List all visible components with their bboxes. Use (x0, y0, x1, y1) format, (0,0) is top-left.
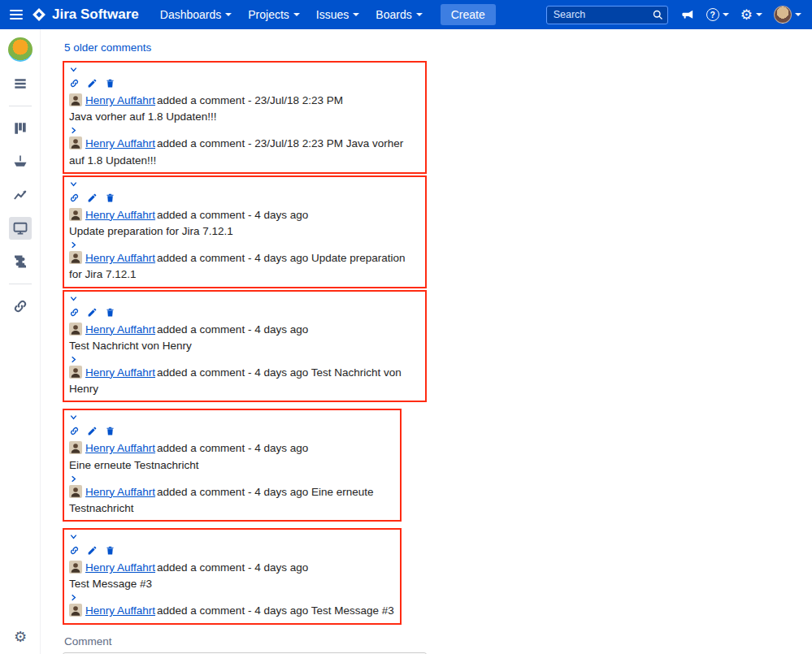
shortcut-link-icon[interactable] (9, 295, 32, 318)
logo-text: Jira Software (52, 6, 139, 23)
help-icon: ? (706, 8, 719, 21)
expand-comment-icon[interactable] (69, 125, 420, 136)
expand-comment-icon[interactable] (69, 592, 395, 603)
nav-issues[interactable]: Issues (308, 0, 367, 29)
gear-icon: ⚙ (740, 8, 753, 22)
chevron-down-icon (723, 13, 729, 16)
create-button[interactable]: Create (441, 4, 496, 25)
edit-comment-icon[interactable] (87, 426, 98, 436)
search-icon[interactable] (652, 9, 664, 21)
comment-author-link[interactable]: Henry Auffahrt (85, 323, 155, 336)
comment-meta: added a comment - 4 days ago (157, 209, 308, 221)
comment-author-link[interactable]: Henry Auffahrt (85, 209, 155, 221)
permalink-icon[interactable] (69, 426, 80, 436)
comment-author-link[interactable]: Henry Auffahrt (85, 442, 155, 454)
chevron-down-icon (756, 13, 762, 16)
announcement-icon[interactable] (681, 8, 695, 22)
backlog-icon[interactable] (9, 72, 32, 95)
chevron-down-icon (293, 13, 300, 16)
collapse-comment-icon[interactable] (69, 179, 420, 189)
permalink-icon[interactable] (69, 545, 80, 556)
project-avatar[interactable] (8, 37, 33, 62)
comment-author-avatar (69, 208, 82, 221)
admin-settings-menu[interactable]: ⚙ (740, 8, 762, 22)
comment-body: Update preparation for Jira 7.12.1 (69, 225, 420, 237)
comment-highlight-box: Henry Auffahrtadded a comment - 23/Jul/1… (63, 61, 427, 174)
comment-author-link[interactable]: Henry Auffahrt (85, 561, 155, 574)
comment-meta: added a comment - 4 days ago (157, 561, 308, 574)
app-switcher-menu-icon[interactable] (10, 10, 23, 19)
releases-icon[interactable] (9, 150, 32, 173)
permalink-icon[interactable] (69, 78, 80, 89)
delete-comment-icon[interactable] (105, 545, 115, 556)
comment-collapsed-text: added a comment - 4 days ago Test Messag… (157, 604, 394, 617)
comment-field-label: Comment (64, 635, 812, 648)
edit-comment-icon[interactable] (87, 78, 98, 89)
issue-comments-panel: 5 older comments Henry Auffahrtadded a c… (41, 29, 812, 654)
comment-author-link[interactable]: Henry Auffahrt (85, 94, 155, 106)
comment-author-link[interactable]: Henry Auffahrt (85, 604, 155, 617)
comment-body: Eine erneute Testnachricht (69, 459, 395, 471)
chevron-down-icon (353, 13, 359, 16)
search-input[interactable] (546, 6, 668, 24)
nav-dashboards[interactable]: Dashboards (152, 0, 241, 29)
comment-author-link[interactable]: Henry Auffahrt (85, 486, 155, 498)
comment-meta: added a comment - 4 days ago (157, 442, 308, 454)
chevron-down-icon (225, 13, 232, 16)
delete-comment-icon[interactable] (105, 78, 115, 89)
comment-author-avatar (69, 485, 82, 498)
comment-author-link[interactable]: Henry Auffahrt (85, 252, 155, 264)
comment-body: Java vorher auf 1.8 Updaten!!! (69, 110, 420, 123)
comment-highlight-box: Henry Auffahrtadded a comment - 4 days a… (63, 290, 427, 403)
jira-logo-icon (31, 6, 47, 23)
help-menu[interactable]: ? (706, 8, 729, 21)
edit-comment-icon[interactable] (87, 545, 98, 556)
comment-author-link[interactable]: Henry Auffahrt (85, 137, 155, 149)
comment-highlight-box: Henry Auffahrtadded a comment - 4 days a… (63, 409, 402, 522)
sidebar-divider (9, 106, 32, 106)
add-ons-icon[interactable] (9, 250, 32, 273)
delete-comment-icon[interactable] (105, 193, 115, 203)
chevron-down-icon (795, 13, 801, 16)
user-profile-menu[interactable] (774, 6, 801, 24)
comment-author-avatar (69, 251, 82, 264)
permalink-icon[interactable] (69, 193, 80, 203)
collapse-comment-icon[interactable] (69, 412, 395, 422)
comment-highlight-box: Henry Auffahrtadded a comment - 4 days a… (63, 175, 427, 288)
nav-projects[interactable]: Projects (240, 0, 308, 29)
comment-author-avatar (69, 441, 82, 454)
comment-author-avatar (69, 323, 82, 336)
expand-comment-icon[interactable] (69, 354, 420, 365)
comment-author-avatar (69, 604, 82, 617)
comment-body: Test Nachricht von Henry (69, 340, 420, 352)
board-sidebar: ⚙ (0, 29, 41, 654)
comment-highlight-box: Henry Auffahrtadded a comment - 4 days a… (63, 528, 402, 625)
comment-meta: added a comment - 4 days ago (157, 323, 308, 336)
active-sprints-icon[interactable] (9, 117, 32, 140)
comment-author-avatar (69, 93, 82, 106)
jira-logo[interactable]: Jira Software (31, 6, 139, 23)
delete-comment-icon[interactable] (105, 307, 115, 318)
comment-author-link[interactable]: Henry Auffahrt (85, 366, 155, 379)
board-settings-gear-icon[interactable]: ⚙ (0, 628, 41, 646)
edit-comment-icon[interactable] (87, 193, 98, 203)
older-comments-link[interactable]: 5 older comments (64, 41, 151, 54)
comment-body: Test Message #3 (69, 578, 395, 590)
collapse-comment-icon[interactable] (69, 64, 420, 75)
reports-icon[interactable] (9, 184, 32, 206)
comment-author-avatar (69, 561, 82, 574)
comment-meta: added a comment - 23/Jul/18 2:23 PM (157, 94, 343, 106)
edit-comment-icon[interactable] (87, 307, 98, 318)
sidebar-divider (9, 284, 32, 284)
nav-boards[interactable]: Boards (367, 0, 430, 29)
collapse-comment-icon[interactable] (69, 531, 395, 542)
expand-comment-icon[interactable] (69, 474, 395, 484)
permalink-icon[interactable] (69, 307, 80, 318)
collapse-comment-icon[interactable] (69, 293, 420, 304)
comment-author-avatar (69, 366, 82, 379)
comment-author-avatar (69, 136, 82, 149)
issues-icon[interactable] (9, 217, 32, 240)
search-container (546, 6, 668, 24)
expand-comment-icon[interactable] (69, 240, 420, 250)
delete-comment-icon[interactable] (105, 426, 115, 436)
